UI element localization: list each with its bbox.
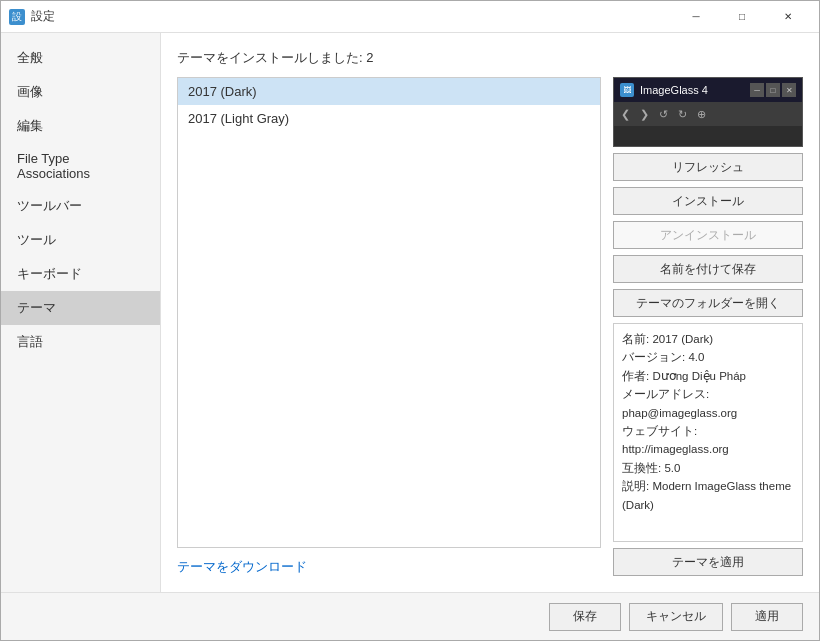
- theme-preview: 🖼 ImageGlass 4 ─ □ ✕ ❮ ❯ ↺: [613, 77, 803, 147]
- sidebar-item-image[interactable]: 画像: [1, 75, 160, 109]
- titlebar: 設 設定 ─ □ ✕: [1, 1, 819, 33]
- preview-minimize-btn: ─: [750, 83, 764, 97]
- window-title: 設定: [31, 8, 673, 25]
- preview-app-name: ImageGlass 4: [640, 84, 744, 96]
- info-author-value: Dương Diệu Pháp: [652, 370, 746, 382]
- preview-forward-btn: ❯: [637, 108, 652, 121]
- info-compat-label: 互換性:: [622, 462, 661, 474]
- titlebar-controls: ─ □ ✕: [673, 1, 811, 33]
- theme-list[interactable]: 2017 (Dark)2017 (Light Gray): [177, 77, 601, 548]
- preview-back-btn: ❮: [618, 108, 633, 121]
- cancel-button[interactable]: キャンセル: [629, 603, 723, 631]
- sidebar-item-filetypes[interactable]: File Type Associations: [1, 143, 160, 189]
- minimize-button[interactable]: ─: [673, 1, 719, 33]
- theme-list-panel: 2017 (Dark)2017 (Light Gray) テーマをダウンロード: [177, 77, 601, 576]
- app-icon: 設: [9, 9, 25, 25]
- info-website-label: ウェブサイト:: [622, 425, 697, 437]
- preview-rotate-right-btn: ↻: [675, 108, 690, 121]
- info-name-label: 名前:: [622, 333, 649, 345]
- footer: 保存 キャンセル 適用: [1, 592, 819, 640]
- sidebar: 全般画像編集File Type Associationsツールバーツールキーボー…: [1, 33, 161, 592]
- sidebar-item-theme[interactable]: テーマ: [1, 291, 160, 325]
- install-button[interactable]: インストール: [613, 187, 803, 215]
- preview-maximize-btn: □: [766, 83, 780, 97]
- content-area: 全般画像編集File Type Associationsツールバーツールキーボー…: [1, 33, 819, 592]
- preview-close-btn: ✕: [782, 83, 796, 97]
- info-version-value: 4.0: [688, 351, 704, 363]
- uninstall-button[interactable]: アンインストール: [613, 221, 803, 249]
- sidebar-item-language[interactable]: 言語: [1, 325, 160, 359]
- info-author-label: 作者:: [622, 370, 649, 382]
- sidebar-item-edit[interactable]: 編集: [1, 109, 160, 143]
- sidebar-item-keyboard[interactable]: キーボード: [1, 257, 160, 291]
- sidebar-item-tools[interactable]: ツール: [1, 223, 160, 257]
- info-version-label: バージョン:: [622, 351, 685, 363]
- sidebar-item-general[interactable]: 全般: [1, 41, 160, 75]
- preview-titlebar: 🖼 ImageGlass 4 ─ □ ✕: [614, 78, 802, 102]
- info-website-value: http://imageglass.org: [622, 443, 729, 455]
- theme-list-item-lightgray[interactable]: 2017 (Light Gray): [178, 105, 600, 132]
- sidebar-item-toolbar[interactable]: ツールバー: [1, 189, 160, 223]
- info-email-label: メールアドレス:: [622, 388, 709, 400]
- refresh-button[interactable]: リフレッシュ: [613, 153, 803, 181]
- apply-theme-button[interactable]: テーマを適用: [613, 548, 803, 576]
- close-button[interactable]: ✕: [765, 1, 811, 33]
- settings-window: 設 設定 ─ □ ✕ 全般画像編集File Type Associationsツ…: [0, 0, 820, 641]
- theme-count-header: テーマをインストールしました: 2: [177, 49, 803, 67]
- download-link[interactable]: テーマをダウンロード: [177, 558, 601, 576]
- save-button[interactable]: 保存: [549, 603, 621, 631]
- open-folder-button[interactable]: テーマのフォルダーを開く: [613, 289, 803, 317]
- apply-button[interactable]: 適用: [731, 603, 803, 631]
- info-email-value: phap@imageglass.org: [622, 407, 737, 419]
- theme-list-item-dark[interactable]: 2017 (Dark): [178, 78, 600, 105]
- preview-rotate-left-btn: ↺: [656, 108, 671, 121]
- main-panel: テーマをインストールしました: 2 2017 (Dark)2017 (Light…: [161, 33, 819, 592]
- preview-app-icon: 🖼: [620, 83, 634, 97]
- info-desc-label: 説明:: [622, 480, 649, 492]
- main-body: 2017 (Dark)2017 (Light Gray) テーマをダウンロード …: [177, 77, 803, 576]
- theme-info-box: 名前: 2017 (Dark) バージョン: 4.0 作者: Dương Diệ…: [613, 323, 803, 542]
- save-as-button[interactable]: 名前を付けて保存: [613, 255, 803, 283]
- right-panel: 🖼 ImageGlass 4 ─ □ ✕ ❮ ❯ ↺: [613, 77, 803, 576]
- preview-window-controls: ─ □ ✕: [750, 83, 796, 97]
- info-name-value: 2017 (Dark): [652, 333, 713, 345]
- maximize-button[interactable]: □: [719, 1, 765, 33]
- preview-zoom-btn: ⊕: [694, 108, 709, 121]
- preview-toolbar: ❮ ❯ ↺ ↻ ⊕: [614, 102, 802, 126]
- info-compat-value: 5.0: [664, 462, 680, 474]
